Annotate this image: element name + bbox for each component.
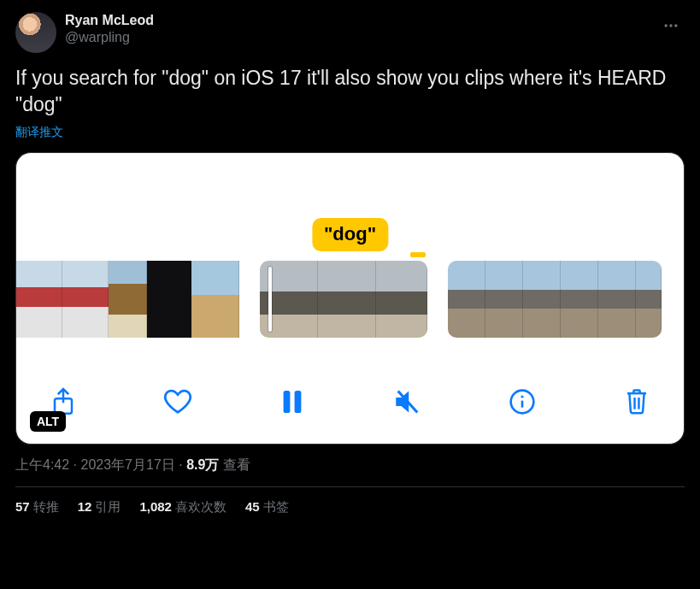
likes-count: 1,082	[139, 499, 172, 514]
playhead-indicator	[410, 252, 426, 257]
media-card[interactable]: "dog"	[15, 152, 685, 445]
svg-rect-5	[295, 391, 302, 413]
meta-time[interactable]: 上午4:42	[15, 457, 69, 472]
handle: @warpling	[65, 29, 154, 46]
mute-button[interactable]	[390, 384, 426, 420]
svg-point-0	[665, 24, 668, 27]
stat-quotes[interactable]: 12引用	[78, 499, 121, 515]
stat-retweets[interactable]: 57转推	[15, 499, 59, 515]
clip-group-active[interactable]	[260, 261, 427, 338]
author-names[interactable]: Ryan McLeod @warpling	[65, 12, 154, 46]
tweet-stats: 57转推 12引用 1,082喜欢次数 45书签	[15, 487, 685, 515]
likes-label: 喜欢次数	[175, 499, 226, 514]
alt-badge[interactable]: ALT	[30, 411, 66, 432]
svg-point-2	[674, 24, 677, 27]
quotes-label: 引用	[95, 499, 121, 514]
delete-button[interactable]	[619, 384, 655, 420]
avatar[interactable]	[15, 12, 56, 53]
stat-likes[interactable]: 1,082喜欢次数	[139, 499, 226, 515]
video-timeline[interactable]	[16, 261, 684, 338]
meta-views-count: 8.9万	[186, 457, 219, 472]
stat-bookmarks[interactable]: 45书签	[245, 499, 289, 515]
tweet-meta: 上午4:42 · 2023年7月17日 · 8.9万 查看	[15, 456, 685, 474]
more-icon	[662, 17, 679, 34]
info-button[interactable]	[504, 384, 540, 420]
like-button[interactable]	[160, 384, 196, 420]
translate-link[interactable]: 翻译推文	[15, 125, 685, 140]
heart-icon	[163, 389, 192, 415]
caption-bubble: "dog"	[312, 218, 388, 251]
pause-icon	[281, 388, 303, 415]
tweet-text: If you search for "dog" on iOS 17 it'll …	[15, 65, 685, 118]
tweet-header: Ryan McLeod @warpling	[15, 12, 685, 53]
media-controls	[16, 382, 684, 421]
mute-icon	[392, 389, 423, 415]
svg-rect-4	[284, 391, 291, 413]
meta-views-label: 查看	[223, 457, 250, 472]
pause-button[interactable]	[274, 384, 310, 420]
clip-group[interactable]	[16, 261, 239, 338]
quotes-count: 12	[78, 499, 92, 514]
more-button[interactable]	[657, 12, 685, 39]
display-name: Ryan McLeod	[65, 12, 154, 29]
bookmarks-count: 45	[245, 499, 260, 514]
retweets-label: 转推	[33, 499, 59, 514]
meta-date[interactable]: 2023年7月17日	[80, 457, 174, 472]
info-icon	[509, 388, 536, 415]
tweet-container: Ryan McLeod @warpling If you search for …	[0, 0, 700, 515]
clip-group[interactable]	[448, 261, 662, 338]
svg-point-9	[521, 395, 523, 398]
svg-point-1	[669, 24, 672, 27]
retweets-count: 57	[15, 499, 30, 514]
bookmarks-label: 书签	[263, 499, 289, 514]
trash-icon	[625, 388, 649, 415]
